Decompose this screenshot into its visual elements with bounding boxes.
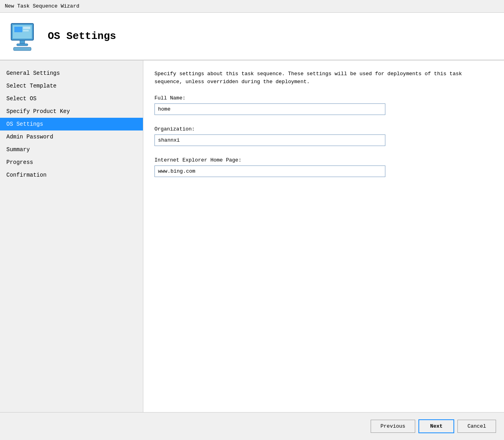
ie-home-page-group: Internet Explorer Home Page: bbox=[154, 157, 493, 185]
organization-group: Organization: bbox=[154, 126, 493, 154]
main-content: Specify settings about this task sequenc… bbox=[143, 60, 504, 412]
cancel-button[interactable]: Cancel bbox=[457, 420, 496, 433]
title-bar: New Task Sequence Wizard bbox=[0, 0, 504, 13]
previous-button[interactable]: Previous bbox=[371, 420, 415, 433]
full-name-input[interactable] bbox=[154, 103, 385, 115]
sidebar-item-os-settings[interactable]: OS Settings bbox=[0, 118, 143, 130]
sidebar-item-select-template[interactable]: Select Template bbox=[0, 80, 143, 92]
full-name-label: Full Name: bbox=[154, 95, 493, 101]
sidebar-item-select-os[interactable]: Select OS bbox=[0, 92, 143, 105]
sidebar: General Settings Select Template Select … bbox=[0, 60, 143, 412]
computer-icon bbox=[8, 20, 40, 52]
footer: Previous Next Cancel bbox=[0, 412, 504, 440]
content-area: General Settings Select Template Select … bbox=[0, 60, 504, 412]
sidebar-item-admin-password[interactable]: Admin Password bbox=[0, 130, 143, 143]
svg-rect-6 bbox=[23, 30, 29, 31]
svg-rect-3 bbox=[17, 44, 28, 46]
svg-rect-7 bbox=[14, 47, 31, 51]
organization-label: Organization: bbox=[154, 126, 493, 132]
svg-rect-5 bbox=[23, 27, 30, 29]
sidebar-item-specify-product-key[interactable]: Specify Product Key bbox=[0, 105, 143, 118]
sidebar-item-general-settings[interactable]: General Settings bbox=[0, 67, 143, 80]
header: OS Settings bbox=[0, 13, 504, 60]
page-title: OS Settings bbox=[48, 30, 116, 42]
next-button[interactable]: Next bbox=[418, 419, 454, 433]
sidebar-item-progress[interactable]: Progress bbox=[0, 156, 143, 169]
ie-home-page-input[interactable] bbox=[154, 165, 385, 177]
full-name-group: Full Name: bbox=[154, 95, 493, 123]
organization-input[interactable] bbox=[154, 134, 385, 146]
description-text: Specify settings about this task sequenc… bbox=[154, 70, 493, 86]
sidebar-item-summary[interactable]: Summary bbox=[0, 143, 143, 156]
title-bar-label: New Task Sequence Wizard bbox=[5, 3, 79, 9]
svg-rect-4 bbox=[14, 27, 22, 32]
ie-home-page-label: Internet Explorer Home Page: bbox=[154, 157, 493, 163]
sidebar-item-confirmation[interactable]: Confirmation bbox=[0, 169, 143, 181]
